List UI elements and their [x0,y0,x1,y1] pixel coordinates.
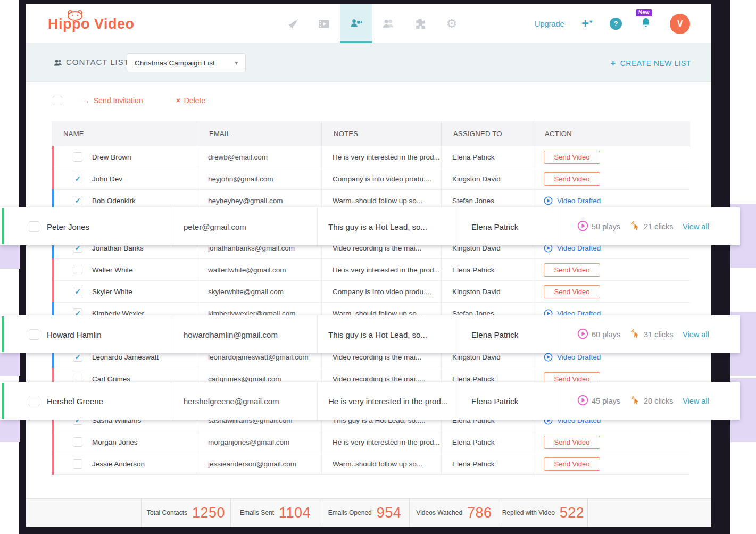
help-icon[interactable]: ? [610,18,622,30]
table-row[interactable]: ✓ John Dev heyjohn@gmail.com Company is … [52,168,690,190]
avatar[interactable]: V [670,14,690,34]
stat-value: 954 [377,505,402,521]
upgrade-link[interactable]: Upgrade [535,20,564,28]
contact-name: Bob Odenkirk [92,197,136,205]
stat-value: 1250 [192,505,225,521]
send-video-button[interactable]: Send Video [544,263,600,277]
view-all-link[interactable]: View all [683,222,709,231]
stat-value: 786 [467,505,492,521]
contact-note: He is very interested in the prod... [333,266,440,274]
contact-name: Drew Brown [92,153,131,161]
send-video-button[interactable]: Send Video [544,457,600,471]
video-drafted-link[interactable]: Video Drafted [544,196,601,205]
contact-email: leonardojameswatt@gmail.com [208,353,309,361]
row-checkbox[interactable]: ✓ [73,287,82,296]
stat-value: 522 [560,505,585,521]
stat-cell: Replied with Video 522 [499,499,588,527]
row-checkbox[interactable]: ✓ [29,329,39,340]
row-status-bar-green [2,316,4,352]
users-icon[interactable] [372,4,404,43]
video-drafted-link[interactable]: Video Drafted [544,353,601,362]
artifact-lavender-left-2 [0,353,20,376]
contact-email: heyheyhey@gmail.com [208,197,283,205]
row-checkbox[interactable]: ✓ [73,352,82,362]
plays-play-icon [577,395,588,407]
contact-email: jessieanderson@gmail.com [208,460,296,468]
assigned-to: Kingston David [452,353,501,361]
bulk-actions-toolbar: ✓ → Send Invitation × Delete [26,93,711,109]
delete-button[interactable]: × Delete [176,96,206,105]
rocket-icon[interactable] [276,4,308,43]
assigned-to: Elena Patrick [471,330,518,339]
contact-name: Leonardo Jameswatt [92,353,159,361]
notifications-bell-icon[interactable]: New [639,16,652,31]
contact-note: He is very interested in the prod... [328,396,447,405]
contact-email: waltertwhite@gmail.com [208,266,286,274]
contacts-icon [53,57,63,70]
send-video-button[interactable]: Send Video [544,172,600,186]
stat-cell: Emails Sent 1104 [230,499,320,527]
view-all-link[interactable]: View all [683,330,709,339]
plays-count: 45 plays [592,397,620,405]
highlighted-contact-row[interactable]: ✓ Howard Hamlin howardhamlin@gmail.com T… [0,315,740,353]
create-plus-menu[interactable]: + ▾ [582,16,592,31]
contact-name: Howard Hamlin [47,330,102,339]
row-status-bar [52,431,54,453]
contact-name: Jessie Anderson [92,460,145,468]
video-film-icon[interactable] [308,4,340,43]
table-row[interactable]: ✓ Jessie Anderson jessieanderson@gmail.c… [52,453,690,475]
contact-list-header: CONTACT LIST Christmas Campaign List ▾ +… [26,43,711,82]
row-checkbox[interactable]: ✓ [73,152,82,162]
row-status-bar [52,146,54,168]
clicks-count: 20 clicks [644,397,674,405]
assigned-to: Elena Patrick [471,396,518,405]
nav-right-group: Upgrade + ▾ ? New V [535,4,690,43]
contact-email: hershelgreene@gmail.com [184,396,279,405]
clicks-cursor-icon [630,329,641,340]
clicks-cursor-icon [630,221,641,232]
send-video-button[interactable]: Send Video [544,436,600,449]
contact-email: howardhamlin@gmail.com [184,330,278,339]
row-checkbox[interactable]: ✓ [73,437,82,447]
table-row[interactable]: ✓ Morgan Jones morganjones@gmail.com He … [52,431,690,453]
puzzle-icon[interactable] [404,4,436,43]
stat-label: Total Contacts [147,509,187,516]
contact-video-icon[interactable] [340,4,372,43]
column-header-assigned: ASSIGNED TO [442,121,533,146]
row-checkbox[interactable]: ✓ [73,265,82,274]
create-new-list-button[interactable]: + CREATE NEW LIST [610,58,691,69]
table-row[interactable]: ✓ Skyler White skylerwhite@gmail.com Com… [52,281,690,303]
row-checkbox[interactable]: ✓ [73,459,82,469]
app-window: Hippo Video ⚙ Upgrade [26,4,711,527]
send-video-button[interactable]: Send Video [544,285,600,298]
contact-list-dropdown[interactable]: Christmas Campaign List ▾ [127,53,246,72]
select-all-checkbox[interactable]: ✓ [53,96,62,105]
play-circle-icon [544,353,553,362]
hippo-video-logo[interactable]: Hippo Video [48,16,135,32]
view-all-link[interactable]: View all [683,397,709,405]
gear-icon[interactable]: ⚙ [436,4,468,43]
table-row[interactable]: ✓ Walter White waltertwhite@gmail.com He… [52,259,690,281]
contact-name: Walter White [92,266,133,274]
row-checkbox[interactable]: ✓ [29,396,39,406]
plays-play-icon [577,328,588,341]
contact-name: Morgan Jones [92,438,138,446]
highlighted-contact-row[interactable]: ✓ Hershel Greene hershelgreene@gmail.com… [0,382,740,420]
contact-email: drewb@email.com [208,153,268,161]
assigned-to: Elena Patrick [452,266,495,274]
row-checkbox[interactable]: ✓ [29,221,39,232]
contact-note: Warm..should follow up so... [333,460,422,468]
clicks-count: 21 clicks [644,222,674,231]
send-video-button[interactable]: Send Video [544,151,600,164]
row-checkbox[interactable]: ✓ [73,174,82,183]
table-row[interactable]: ✓ Drew Brown drewb@email.com He is very … [52,146,690,168]
contact-note: Company is into video produ.... [333,288,431,296]
stat-label: Emails Opened [328,509,372,516]
plays-count: 60 plays [592,330,620,339]
contact-name: Peter Jones [47,222,89,231]
row-checkbox[interactable]: ✓ [73,196,82,205]
highlighted-contact-row[interactable]: ✓ Peter Jones peter@gmail.com This guy i… [0,207,740,245]
stat-cell: Total Contacts 1250 [141,499,230,527]
row-status-bar [52,168,54,190]
send-invitation-button[interactable]: → Send Invitation [82,96,143,105]
